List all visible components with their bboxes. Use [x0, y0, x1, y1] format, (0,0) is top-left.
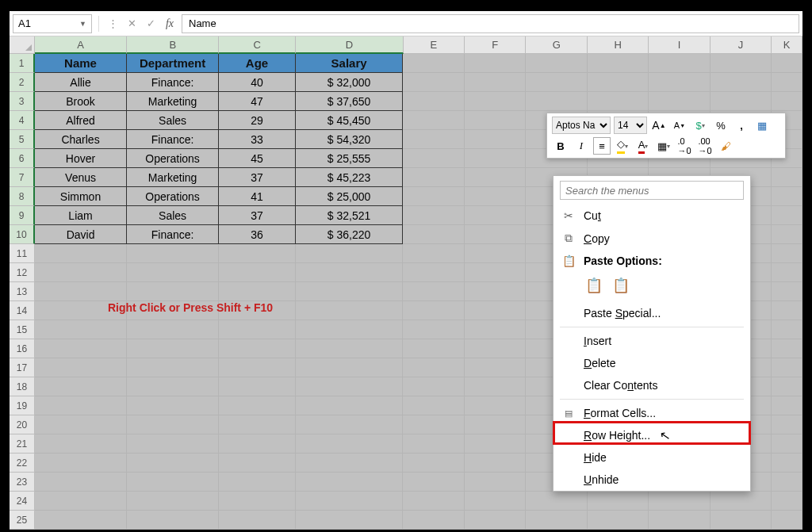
cell[interactable] — [403, 320, 464, 339]
cell[interactable] — [465, 301, 526, 320]
cell[interactable]: Sales — [127, 111, 219, 130]
cell[interactable] — [403, 263, 464, 282]
cell[interactable] — [403, 206, 464, 225]
cell[interactable] — [588, 492, 649, 511]
cell[interactable] — [296, 434, 403, 454]
cell[interactable] — [35, 282, 127, 301]
cell[interactable] — [465, 263, 526, 282]
cell[interactable] — [219, 396, 296, 415]
more-icon[interactable]: ⋮ — [105, 16, 120, 32]
cell[interactable] — [127, 320, 219, 339]
cell[interactable] — [588, 92, 649, 111]
row-header-11[interactable]: 11 — [10, 244, 35, 263]
cell[interactable] — [772, 434, 802, 454]
cell[interactable] — [465, 225, 526, 244]
cell[interactable] — [772, 206, 802, 225]
cell[interactable]: 36 — [219, 225, 296, 244]
cell[interactable] — [403, 473, 464, 492]
column-header-D[interactable]: D — [296, 36, 404, 54]
cell[interactable] — [403, 54, 464, 73]
cell[interactable] — [403, 434, 464, 454]
row-header-3[interactable]: 3 — [10, 92, 35, 111]
cell[interactable]: 33 — [219, 130, 296, 149]
cell[interactable] — [772, 301, 802, 320]
cell[interactable]: $ 25,555 — [296, 149, 403, 168]
cell[interactable]: Salary — [296, 54, 403, 73]
increase-font-icon[interactable]: A▲ — [650, 117, 668, 134]
cell[interactable] — [219, 415, 296, 434]
cell[interactable] — [219, 320, 296, 339]
cell[interactable] — [465, 130, 526, 149]
row-header-18[interactable]: 18 — [10, 377, 35, 396]
decrease-font-icon[interactable]: A▼ — [671, 117, 688, 134]
cell[interactable] — [35, 244, 127, 263]
cell[interactable] — [772, 358, 802, 377]
cell[interactable] — [465, 168, 526, 187]
increase-decimal-icon[interactable]: .0→0 — [676, 137, 693, 155]
cell[interactable] — [403, 92, 464, 111]
cell[interactable] — [465, 206, 526, 225]
row-header-4[interactable]: 4 — [10, 111, 35, 130]
cell[interactable] — [526, 73, 587, 92]
percent-icon[interactable]: % — [712, 117, 730, 134]
cell[interactable] — [127, 415, 219, 434]
cell[interactable] — [296, 263, 403, 282]
cell[interactable] — [219, 434, 296, 454]
cell[interactable] — [296, 358, 403, 377]
cell[interactable] — [219, 473, 296, 492]
bold-icon[interactable]: B — [552, 137, 569, 155]
cell[interactable] — [403, 454, 464, 473]
cell[interactable] — [772, 54, 802, 73]
cell[interactable] — [403, 282, 464, 301]
menu-delete[interactable]: Delete — [553, 352, 750, 374]
cell[interactable] — [403, 244, 464, 263]
cell[interactable]: $ 37,650 — [296, 92, 403, 111]
menu-search[interactable] — [560, 181, 744, 200]
column-header-G[interactable]: G — [526, 36, 587, 54]
row-header-22[interactable]: 22 — [10, 454, 35, 473]
cell[interactable] — [35, 339, 127, 358]
menu-copy[interactable]: ⧉ Copy — [553, 227, 750, 250]
row-header-21[interactable]: 21 — [10, 434, 35, 454]
cell[interactable] — [772, 244, 802, 263]
cell[interactable]: Sales — [127, 206, 219, 225]
row-header-25[interactable]: 25 — [10, 511, 35, 530]
font-size-select[interactable]: 14 — [614, 117, 647, 134]
cell[interactable] — [296, 415, 403, 434]
cell[interactable] — [35, 454, 127, 473]
fill-color-icon[interactable]: ◇▾ — [614, 137, 631, 155]
menu-unhide[interactable]: Unhide — [553, 469, 750, 491]
cell[interactable] — [465, 358, 526, 377]
row-header-16[interactable]: 16 — [10, 339, 35, 358]
cell[interactable] — [296, 454, 403, 473]
cell[interactable] — [219, 377, 296, 396]
cell[interactable] — [772, 415, 802, 434]
cell[interactable] — [403, 187, 464, 206]
cell[interactable] — [219, 454, 296, 473]
cell[interactable] — [403, 339, 464, 358]
cell[interactable] — [465, 511, 526, 530]
cell[interactable] — [465, 377, 526, 396]
cell[interactable] — [127, 377, 219, 396]
cell[interactable] — [219, 358, 296, 377]
cell[interactable]: 29 — [219, 111, 296, 130]
cell[interactable] — [465, 454, 526, 473]
cell[interactable] — [35, 320, 127, 339]
cell[interactable] — [403, 396, 464, 415]
column-header-J[interactable]: J — [710, 36, 772, 54]
cell[interactable] — [465, 473, 526, 492]
cell[interactable] — [649, 92, 710, 111]
cell[interactable] — [772, 492, 802, 511]
cell[interactable] — [35, 263, 127, 282]
align-icon[interactable]: ≡ — [593, 137, 611, 155]
comma-icon[interactable]: , — [733, 117, 750, 134]
column-header-K[interactable]: K — [772, 36, 802, 54]
menu-insert[interactable]: Insert — [553, 330, 750, 352]
cell[interactable] — [219, 263, 296, 282]
row-header-17[interactable]: 17 — [10, 358, 35, 377]
menu-search-input[interactable] — [560, 181, 744, 200]
cell[interactable] — [772, 168, 802, 187]
cell[interactable] — [772, 377, 802, 396]
cell[interactable]: Operations — [127, 149, 219, 168]
cell[interactable] — [465, 320, 526, 339]
